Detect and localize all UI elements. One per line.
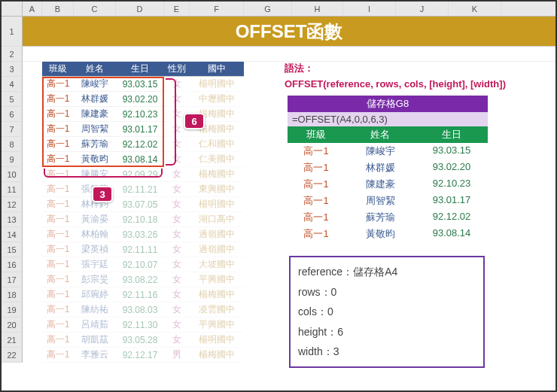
cell-school[interactable]: 大坡國中 <box>190 257 244 272</box>
cell-sex[interactable]: 女 <box>164 302 190 318</box>
row-header-20[interactable]: 20 <box>2 318 23 333</box>
cell-name[interactable]: 陳建豪 <box>74 107 116 122</box>
cell-class[interactable]: 高一1 <box>42 137 74 152</box>
cell-class[interactable]: 高一1 <box>42 152 74 167</box>
row-header-17[interactable]: 17 <box>2 272 23 287</box>
cell-name[interactable]: 李雅云 <box>74 348 116 363</box>
cell-class[interactable]: 高一1 <box>42 348 74 363</box>
cell-class[interactable]: 高一1 <box>42 302 74 318</box>
cell-date[interactable]: 93.07.05 <box>116 197 164 212</box>
cell-school[interactable]: 楊明國中 <box>190 333 244 348</box>
cell-date[interactable]: 92.12.17 <box>116 348 164 363</box>
cell-name[interactable]: 陳勝安 <box>74 167 116 182</box>
cell-name[interactable]: 呂靖茹 <box>74 318 116 333</box>
cell-date[interactable]: 92.11.16 <box>116 287 164 302</box>
cell-name[interactable]: 林群媛 <box>74 92 116 107</box>
row-header-21[interactable]: 21 <box>2 333 23 348</box>
cell-school[interactable]: 仁和國中 <box>190 137 244 152</box>
row-header-18[interactable]: 18 <box>2 287 23 302</box>
cell-sex[interactable]: 女 <box>164 242 190 257</box>
cell-date[interactable]: 92.10.18 <box>116 212 164 227</box>
cell-class[interactable]: 高一1 <box>42 242 74 257</box>
col-header-F[interactable]: F <box>190 2 244 16</box>
row-header-22[interactable]: 22 <box>2 348 23 363</box>
cell-class[interactable]: 高一1 <box>42 212 74 227</box>
row-header-7[interactable]: 7 <box>2 122 23 137</box>
cell-sex[interactable]: 女 <box>164 197 190 212</box>
row-header-10[interactable]: 10 <box>2 167 23 182</box>
col-header-J[interactable]: J <box>396 2 449 16</box>
cell-class[interactable]: 高一1 <box>42 257 74 272</box>
cell-date[interactable]: 93.08.03 <box>116 302 164 318</box>
col-header-H[interactable]: H <box>292 2 343 16</box>
row-header-15[interactable]: 15 <box>2 242 23 257</box>
cell-school[interactable]: 湖口高中 <box>190 212 244 227</box>
cell-class[interactable]: 高一1 <box>42 107 74 122</box>
cell-sex[interactable]: 女 <box>164 77 190 92</box>
row-header-3[interactable]: 3 <box>2 62 23 77</box>
cell-date[interactable]: 92.11.11 <box>116 242 164 257</box>
cell-sex[interactable]: 女 <box>164 318 190 333</box>
cell-school[interactable]: 平興國中 <box>190 318 244 333</box>
col-header-B[interactable]: B <box>42 2 74 16</box>
col-header-E[interactable]: E <box>164 2 190 16</box>
cell-sex[interactable]: 女 <box>164 92 190 107</box>
cell-class[interactable]: 高一1 <box>42 287 74 302</box>
row-header-14[interactable]: 14 <box>2 227 23 242</box>
cell-school[interactable]: 東興國中 <box>190 182 244 197</box>
cell-sex[interactable]: 男 <box>164 348 190 363</box>
cell-school[interactable]: 凌雲國中 <box>190 302 244 318</box>
cell-school[interactable]: 楊梅國中 <box>190 167 244 182</box>
row-header-4[interactable]: 4 <box>2 77 23 92</box>
cell-date[interactable]: 93.08.22 <box>116 272 164 287</box>
cell-sex[interactable]: 女 <box>164 333 190 348</box>
col-header-I[interactable]: I <box>343 2 396 16</box>
cell-sex[interactable]: 女 <box>164 272 190 287</box>
cell-class[interactable]: 高一1 <box>42 182 74 197</box>
cell-sex[interactable]: 女 <box>164 212 190 227</box>
cell-school[interactable]: 楊梅國中 <box>190 287 244 302</box>
cell-school[interactable]: 仁美國中 <box>190 152 244 167</box>
row-header-12[interactable]: 12 <box>2 197 23 212</box>
cell-class[interactable]: 高一1 <box>42 272 74 287</box>
cell-date[interactable]: 93.03.15 <box>116 77 164 92</box>
cell-class[interactable]: 高一1 <box>42 122 74 137</box>
row-header-19[interactable]: 19 <box>2 302 23 318</box>
cell-date[interactable]: 93.03.26 <box>116 227 164 242</box>
row-header-8[interactable]: 8 <box>2 137 23 152</box>
select-all-corner[interactable] <box>2 2 23 16</box>
cell-school[interactable]: 過嶺國中 <box>190 227 244 242</box>
cell-sex[interactable]: 女 <box>164 287 190 302</box>
row-header-1[interactable]: 1 <box>2 17 23 47</box>
cell-name[interactable]: 彭宗旻 <box>74 272 116 287</box>
cell-class[interactable]: 高一1 <box>42 227 74 242</box>
cell-school[interactable]: 楊明國中 <box>190 77 244 92</box>
row-header-6[interactable]: 6 <box>2 107 23 122</box>
row-header-5[interactable]: 5 <box>2 92 23 107</box>
cell-school[interactable]: 楊梅國中 <box>190 348 244 363</box>
cell-name[interactable]: 蘇芳瑜 <box>74 137 116 152</box>
cell-name[interactable]: 張宇廷 <box>74 257 116 272</box>
cell-name[interactable]: 林柏翰 <box>74 227 116 242</box>
cell-sex[interactable]: 女 <box>164 137 190 152</box>
cell-date[interactable]: 93.08.14 <box>116 152 164 167</box>
cell-class[interactable]: 高一1 <box>42 318 74 333</box>
cell-sex[interactable]: 女 <box>164 257 190 272</box>
col-header-G[interactable]: G <box>244 2 292 16</box>
cell-date[interactable]: 92.09.29 <box>116 167 164 182</box>
cell-sex[interactable]: 女 <box>164 167 190 182</box>
cell-school[interactable]: 平興國中 <box>190 272 244 287</box>
row-header-2[interactable]: 2 <box>2 47 23 62</box>
col-header-K[interactable]: K <box>449 2 501 16</box>
cell-name[interactable]: 陳峻宇 <box>74 77 116 92</box>
row-header-16[interactable]: 16 <box>2 257 23 272</box>
cell-date[interactable]: 93.02.20 <box>116 92 164 107</box>
row-header-13[interactable]: 13 <box>2 212 23 227</box>
cell-sex[interactable]: 女 <box>164 182 190 197</box>
cell-school[interactable]: 楊明國中 <box>190 197 244 212</box>
cell-name[interactable]: 周智絜 <box>74 122 116 137</box>
cell-date[interactable]: 93.05.28 <box>116 333 164 348</box>
row-header-9[interactable]: 9 <box>2 152 23 167</box>
row-header-11[interactable]: 11 <box>2 182 23 197</box>
cell-school[interactable]: 中壢國中 <box>190 92 244 107</box>
